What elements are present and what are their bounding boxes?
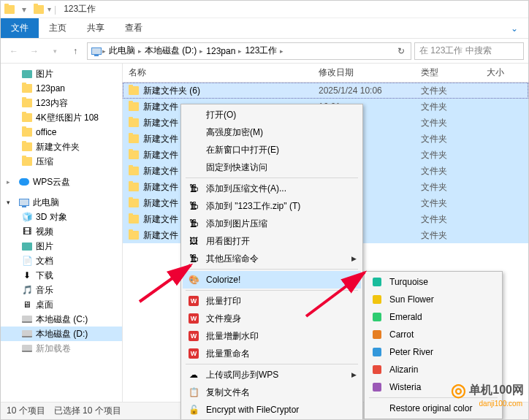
tree-item[interactable]: 4K壁纸图片 108	[1, 110, 122, 125]
tab-view[interactable]: 查看	[115, 18, 153, 38]
chevron-right-icon: ▶	[351, 276, 357, 283]
recent-dropdown[interactable]: ▾	[46, 42, 64, 60]
col-name[interactable]: 名称	[129, 66, 319, 79]
file-type: 文件夹	[421, 165, 487, 177]
file-date: 2025/1/24 10:06	[319, 85, 421, 96]
tab-file[interactable]: 文件	[1, 18, 39, 38]
up-button[interactable]: ↑	[66, 42, 84, 60]
wps-icon: W	[187, 312, 200, 325]
context-menu: 打开(O) 高强度加密(M) 在新窗口中打开(E) 固定到快速访问 🗜添加到压缩…	[180, 104, 363, 420]
refresh-button[interactable]: ↻	[395, 42, 408, 60]
file-name: 新建文件	[143, 101, 178, 113]
logo-icon: ◎	[451, 380, 466, 400]
ctx-encrypt-filecryptor[interactable]: 🔓Encrypt with FileCryptor	[183, 401, 361, 419]
pc-icon	[18, 196, 30, 208]
breadcrumb-seg[interactable]: 123工作	[242, 45, 280, 57]
drive-icon	[21, 313, 33, 325]
ctx-encrypt[interactable]: 高强度加密(M)	[183, 123, 361, 141]
tree-wps-cloud[interactable]: ▸WPS云盘	[1, 175, 122, 189]
folder-icon	[21, 156, 33, 167]
ctx-pin[interactable]: 固定到快速访问	[183, 159, 361, 176]
col-size[interactable]: 大小	[487, 66, 528, 79]
ctx-batch-watermark[interactable]: W批量增删水印	[183, 327, 361, 345]
tree-this-pc[interactable]: ▾此电脑	[1, 195, 122, 210]
tree-item[interactable]: 新加载卷	[1, 341, 122, 356]
tree-item[interactable]: 📄文档	[1, 253, 122, 268]
drive-icon	[21, 343, 33, 354]
tree-item[interactable]: 123内容	[1, 96, 122, 110]
tab-home[interactable]: 主页	[39, 18, 77, 38]
qat-overflow-icon[interactable]: ▾	[47, 5, 51, 13]
color-carrot[interactable]: Carrot	[366, 326, 501, 343]
ctx-colorize[interactable]: 🎨Colorize!▶	[183, 271, 361, 289]
tree-item[interactable]: 压缩	[1, 154, 122, 169]
archive-icon: 🗜	[187, 182, 200, 195]
color-alizarin[interactable]: Alizarin	[366, 361, 501, 378]
tab-share[interactable]: 共享	[77, 18, 115, 38]
ctx-new-window[interactable]: 在新窗口中打开(E)	[183, 141, 361, 159]
ctx-add-image-compress[interactable]: 🗜添加到图片压缩	[183, 215, 361, 232]
qat-dropdown-icon[interactable]: ▾	[18, 4, 30, 15]
tree-item[interactable]: 🖥桌面	[1, 297, 122, 312]
file-type: 文件夹	[421, 101, 487, 113]
file-name: 新建文件	[143, 229, 178, 242]
swatch-icon	[370, 345, 384, 359]
tree-drive-d[interactable]: 本地磁盘 (D:)	[1, 327, 122, 341]
breadcrumb-seg[interactable]: 本地磁盘 (D:)	[142, 45, 199, 57]
ctx-copy-name[interactable]: 📋复制文件名	[183, 383, 361, 401]
col-date[interactable]: 修改日期	[319, 66, 421, 79]
ctx-batch-rename[interactable]: W批量重命名	[183, 345, 361, 362]
quick-access-toolbar: ▾ ▾ |	[4, 4, 56, 15]
tree-drive-c[interactable]: 本地磁盘 (C:)	[1, 312, 122, 327]
ribbon-help-icon[interactable]: ⌄	[501, 18, 528, 38]
nav-tree: 图片 123pan 123内容 4K壁纸图片 108 office 新建文件夹 …	[1, 64, 123, 402]
tree-item[interactable]: ⬇下载	[1, 268, 122, 283]
breadcrumb[interactable]: ▸ 此电脑▸ 本地磁盘 (D:)▸ 123pan▸ 123工作▸ ↻	[87, 42, 411, 60]
color-emerald[interactable]: Emerald	[366, 308, 501, 326]
ctx-other-compress[interactable]: 🗜其他压缩命令▶	[183, 250, 361, 267]
file-name: 新建文件	[143, 197, 178, 210]
breadcrumb-seg[interactable]: 123pan	[203, 46, 238, 56]
tree-item[interactable]: 🎞视频	[1, 224, 122, 239]
search-input[interactable]: 在 123工作 中搜索	[414, 42, 524, 60]
ctx-add-archive[interactable]: 🗜添加到压缩文件(A)...	[183, 180, 361, 197]
back-button[interactable]: ←	[5, 42, 23, 60]
breadcrumb-seg[interactable]: 此电脑	[106, 45, 138, 57]
ctx-batch-print[interactable]: W批量打印	[183, 292, 361, 310]
copy-icon: 📋	[187, 386, 200, 399]
tree-pictures[interactable]: 图片	[1, 66, 122, 81]
tree-item[interactable]: 🎵音乐	[1, 283, 122, 297]
chevron-right-icon[interactable]: ▸	[7, 178, 15, 186]
tree-item[interactable]: 🧊3D 对象	[1, 210, 122, 224]
chevron-right-icon[interactable]: ▸	[280, 47, 283, 55]
col-type[interactable]: 类型	[421, 66, 487, 79]
color-peter-river[interactable]: Peter River	[366, 343, 501, 361]
ctx-file-slim[interactable]: W文件瘦身	[183, 310, 361, 327]
forward-button[interactable]: →	[26, 42, 43, 60]
folder-icon	[129, 118, 139, 127]
ctx-open[interactable]: 打开(O)	[183, 106, 361, 123]
file-type: 文件夹	[421, 149, 487, 161]
pictures-icon	[21, 68, 33, 80]
ctx-sync-wps[interactable]: ☁上传或同步到WPS▶	[183, 366, 361, 383]
color-turquoise[interactable]: Turquoise	[366, 273, 501, 291]
swatch-icon	[370, 363, 384, 376]
file-type: 文件夹	[421, 213, 487, 226]
archive-icon: 🗜	[187, 252, 200, 265]
downloads-icon: ⬇	[21, 270, 33, 281]
color-sunflower[interactable]: Sun Flower	[366, 291, 501, 308]
folder-icon	[129, 134, 139, 143]
file-type: 文件夹	[421, 181, 487, 194]
chevron-right-icon: ▶	[351, 255, 357, 262]
pictures-icon	[21, 240, 33, 252]
pc-icon	[91, 45, 102, 57]
file-name: 新建文件	[143, 181, 178, 194]
chevron-down-icon[interactable]: ▾	[7, 199, 15, 206]
ctx-open-pic[interactable]: 🖼用看图打开	[183, 232, 361, 250]
ctx-add-zip[interactable]: 🗜添加到 "123工作.zip" (T)	[183, 197, 361, 215]
tree-item[interactable]: 图片	[1, 239, 122, 253]
table-row[interactable]: 新建文件夹 (6)2025/1/24 10:06文件夹	[123, 83, 528, 99]
tree-item[interactable]: 新建文件夹	[1, 140, 122, 154]
tree-item[interactable]: 123pan	[1, 81, 122, 96]
tree-item[interactable]: office	[1, 125, 122, 140]
